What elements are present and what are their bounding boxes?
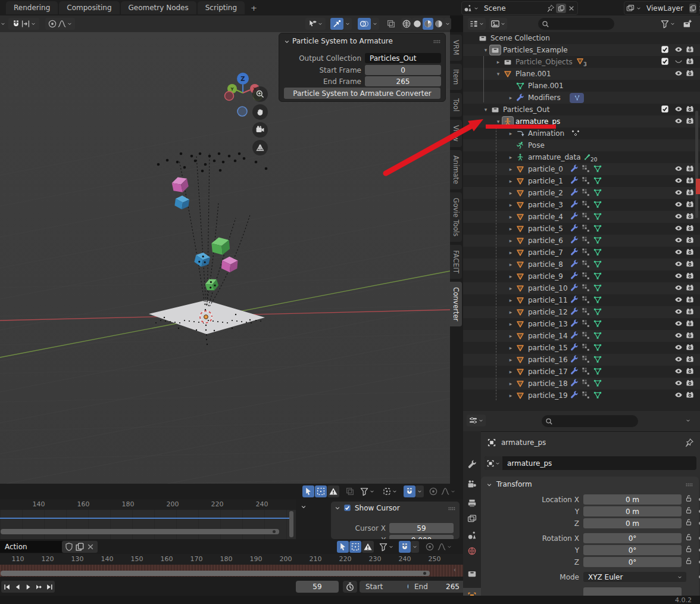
modifier-wrench-icon[interactable]: [570, 391, 580, 400]
properties-tab-collection[interactable]: [463, 565, 481, 582]
transform-value-field[interactable]: 0°: [583, 557, 682, 567]
mesh-data-icon[interactable]: [593, 200, 603, 210]
expand-arrow[interactable]: ▸: [507, 214, 515, 220]
sidebar-tab-view[interactable]: View: [450, 120, 462, 147]
camera-toggle[interactable]: [686, 212, 695, 222]
new-scene-button[interactable]: [556, 4, 566, 13]
proportional-edit-group[interactable]: [45, 18, 75, 30]
panel-grip-icon[interactable]: [447, 504, 457, 513]
camera-toggle[interactable]: [686, 117, 695, 126]
outliner-row-particle-10[interactable]: ▸particle_10: [463, 282, 700, 294]
filter-button[interactable]: [660, 18, 676, 30]
output-collection-field[interactable]: Particles_Out: [365, 53, 441, 63]
falloff-curve-icon[interactable]: [57, 19, 67, 29]
transform-value-field[interactable]: 0°: [583, 545, 682, 555]
tl-snap-toggle[interactable]: [399, 541, 411, 553]
lock-icon[interactable]: [685, 518, 694, 528]
outliner-row-particle-9[interactable]: ▸particle_9: [463, 270, 700, 282]
eye-toggle[interactable]: [674, 379, 684, 388]
camera-toggle[interactable]: [686, 188, 695, 198]
object-name-field[interactable]: armature_ps: [485, 456, 696, 470]
chevron-down-icon[interactable]: [636, 5, 642, 11]
outliner-search-input[interactable]: [538, 18, 614, 30]
expand-arrow[interactable]: ▸: [507, 369, 515, 375]
camera-toggle[interactable]: [686, 343, 695, 353]
camera-toggle[interactable]: [686, 176, 695, 186]
outliner-row-particle-8[interactable]: ▸particle_8: [463, 259, 700, 270]
use-preview-range-button[interactable]: [343, 581, 357, 593]
expand-arrow[interactable]: ▸: [507, 238, 515, 244]
eye-closed-toggle[interactable]: [674, 57, 684, 67]
tl-box-select-button[interactable]: [349, 541, 361, 553]
snap-group[interactable]: [8, 18, 39, 30]
outliner-row-particle-15[interactable]: ▸particle_15: [463, 342, 700, 354]
vertex-groups-icon[interactable]: [582, 248, 591, 257]
properties-tab-output[interactable]: [463, 495, 481, 512]
new-viewlayer-button[interactable]: [689, 4, 696, 13]
modifier-wrench-icon[interactable]: [570, 355, 580, 365]
modifier-wrench-icon[interactable]: [570, 164, 580, 174]
vertex-groups-icon[interactable]: [582, 307, 591, 317]
tl-falloff-dropdown[interactable]: [436, 541, 454, 553]
eye-toggle[interactable]: [674, 307, 684, 317]
mesh-data-icon[interactable]: [593, 307, 603, 317]
checkbox-toggle[interactable]: [661, 105, 670, 114]
timeline-hscrollbar[interactable]: [1, 571, 430, 576]
mesh-data-icon[interactable]: [593, 260, 603, 269]
end-frame-field[interactable]: End265: [408, 581, 465, 593]
modifier-wrench-icon[interactable]: [570, 188, 580, 198]
camera-toggle[interactable]: [686, 355, 695, 365]
expand-arrow[interactable]: ▸: [507, 309, 515, 315]
vertex-groups-icon[interactable]: [582, 391, 591, 400]
eye-toggle[interactable]: [674, 105, 684, 114]
mesh-data-icon[interactable]: [593, 176, 603, 186]
outliner-row-particle-11[interactable]: ▸particle_11: [463, 294, 700, 306]
pin-icon[interactable]: [546, 4, 555, 13]
modifier-wrench-icon[interactable]: [570, 248, 580, 257]
transform-value-field[interactable]: 0 m: [583, 518, 682, 528]
eye-toggle[interactable]: [674, 188, 684, 198]
eye-toggle[interactable]: [674, 69, 684, 79]
camera-toggle[interactable]: [686, 45, 695, 55]
header-collapse-chevron[interactable]: [0, 18, 6, 30]
shading-solid-button[interactable]: [412, 18, 423, 30]
modifier-wrench-icon[interactable]: [570, 224, 580, 233]
ds-warning-button[interactable]: [327, 485, 339, 497]
vertex-groups-icon[interactable]: [582, 319, 591, 329]
mesh-data-icon[interactable]: [593, 367, 603, 376]
expand-arrow[interactable]: ▸: [507, 345, 515, 351]
mesh-data-icon[interactable]: [593, 295, 603, 305]
outliner-row-particle-2[interactable]: ▸particle_2: [463, 187, 700, 199]
panel-collapse-chevron[interactable]: [334, 505, 341, 512]
checkbox-toggle[interactable]: [661, 57, 670, 67]
expand-arrow[interactable]: ▸: [507, 393, 515, 398]
eye-toggle[interactable]: [674, 45, 684, 55]
transform-value-field[interactable]: 0 m: [583, 506, 682, 516]
jump-to-end-button[interactable]: [44, 581, 55, 593]
band-collapse-chevron[interactable]: ‹: [454, 566, 456, 573]
sidebar-tab-animate[interactable]: Animate: [450, 150, 462, 189]
add-workspace-button[interactable]: +: [246, 1, 262, 15]
vertex-groups-icon[interactable]: [582, 200, 591, 210]
mesh-data-icon[interactable]: [593, 224, 603, 233]
vertex-groups-icon[interactable]: [582, 236, 591, 245]
camera-toggle[interactable]: [686, 248, 695, 257]
properties-tab-scene[interactable]: [463, 527, 481, 544]
mesh-data-icon[interactable]: [593, 319, 603, 329]
outliner-row-particle-19[interactable]: ▸particle_19: [463, 390, 700, 401]
tl-warning-button[interactable]: [362, 541, 374, 553]
outliner-row-particles-example[interactable]: ▾Particles_Example: [463, 44, 700, 56]
visibility-dropdown[interactable]: [305, 18, 326, 30]
snap-target-icon[interactable]: [21, 19, 30, 29]
properties-tab-render[interactable]: [463, 476, 481, 493]
camera-toggle[interactable]: [686, 284, 695, 293]
eye-toggle[interactable]: [674, 272, 684, 281]
overlays-toggle[interactable]: [358, 18, 371, 30]
outliner-row-plane-001[interactable]: Plane.001: [463, 80, 700, 92]
lock-icon[interactable]: [685, 533, 694, 543]
previous-frame-button[interactable]: [12, 581, 23, 593]
workspace-tab-compositing[interactable]: Compositing: [59, 1, 119, 14]
modifier-wrench-icon[interactable]: [570, 236, 580, 245]
outliner-row-particle-14[interactable]: ▸particle_14: [463, 330, 700, 342]
collapse-arrow[interactable]: ▾: [482, 47, 490, 53]
